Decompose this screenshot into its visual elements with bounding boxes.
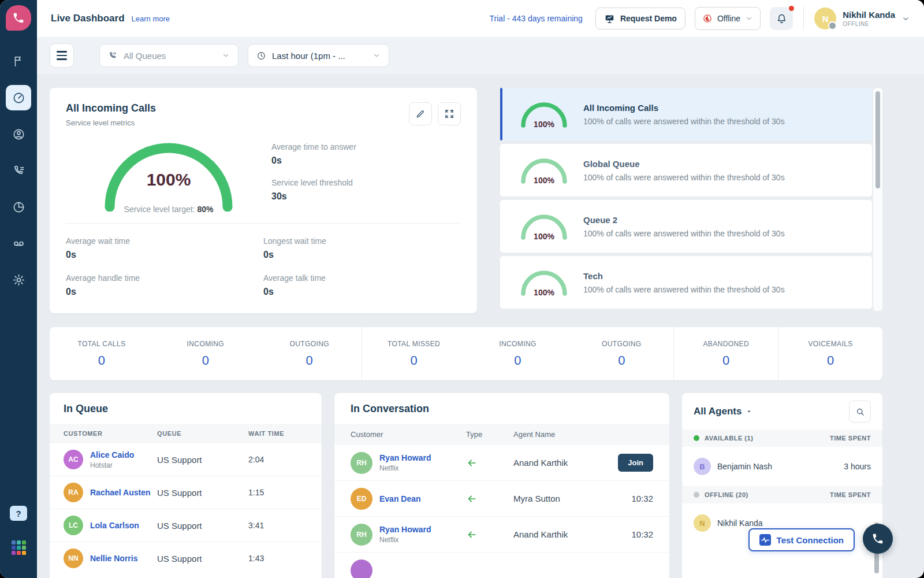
sidebar-bottom: ?	[10, 506, 27, 578]
contact-icon	[12, 128, 25, 141]
agents-filter-dropdown[interactable]: All Agents	[694, 406, 752, 417]
connection-pulse-icon	[759, 534, 771, 546]
stat-cell: INCOMING0	[154, 340, 258, 368]
in-queue-card: In Queue CUSTOMER QUEUE WAIT TIME ACAlic…	[50, 393, 322, 578]
column-header: QUEUE	[157, 430, 248, 437]
queue-metric-item[interactable]: 100% Queue 2 100% of calls were answered…	[500, 200, 872, 253]
customer-company: Hotstar	[90, 461, 134, 469]
customer-link[interactable]: Lola Carlson	[90, 521, 139, 530]
queue-name: Global Queue	[583, 159, 785, 169]
sidebar-item-call-metrics[interactable]	[6, 158, 31, 183]
help-button[interactable]: ?	[10, 506, 27, 521]
expand-icon	[444, 109, 454, 119]
pie-chart-icon	[12, 201, 25, 214]
column-header: Agent Name	[513, 430, 653, 439]
time-range-dropdown[interactable]: Last hour (1pm - ...	[248, 44, 389, 67]
test-connection-button[interactable]: Test Connection	[748, 528, 855, 551]
header-divider	[803, 6, 804, 31]
wait-time-cell: 1:15	[248, 488, 308, 497]
stat-cell: OUTGOING0	[258, 340, 362, 368]
service-level-card: All Incoming Calls Service level metrics	[50, 88, 477, 313]
queue-metric-item[interactable]: 100% Global Queue 100% of calls were ans…	[500, 144, 872, 197]
sidebar-item-dashboard[interactable]	[6, 85, 31, 110]
in-conversation-header: Customer Type Agent Name	[334, 424, 669, 445]
queues-filter-dropdown[interactable]: All Queues	[99, 44, 239, 67]
table-row: RHRyan HowardNetflix Anand Karthik Join	[334, 445, 669, 480]
queue-cell: US Support	[157, 488, 248, 498]
pencil-icon	[415, 109, 426, 119]
edit-widget-button[interactable]	[409, 102, 432, 125]
queue-metric-item[interactable]: 100% All Incoming Calls 100% of calls we…	[500, 88, 872, 140]
sidebar-item-getting-started[interactable]	[6, 49, 31, 74]
queue-metric-item[interactable]: 100% Tech 100% of calls were answered wi…	[500, 256, 872, 309]
sidebar-item-settings[interactable]	[6, 267, 31, 292]
expand-widget-button[interactable]	[438, 102, 461, 125]
customer-link[interactable]: Nellie Norris	[90, 554, 137, 563]
queue-phone-icon	[108, 51, 118, 61]
menu-toggle-button[interactable]	[50, 43, 74, 68]
queue-name: All Incoming Calls	[583, 103, 785, 113]
presentation-icon	[604, 13, 615, 24]
column-header: WAIT TIME	[248, 430, 308, 437]
customer-company: Netflix	[379, 536, 431, 544]
customer-link[interactable]: Ryan Howard	[379, 453, 431, 462]
request-demo-button[interactable]: Request Demo	[595, 8, 685, 29]
learn-more-link[interactable]: Learn more	[132, 14, 170, 23]
in-queue-header: CUSTOMER QUEUE WAIT TIME	[50, 424, 322, 443]
customer-link[interactable]: Ryan Howard	[379, 525, 431, 534]
join-call-button[interactable]: Join	[618, 454, 653, 472]
customer-link[interactable]: Rachael Austen	[90, 488, 151, 497]
column-header: Type	[466, 430, 513, 439]
app-grid-dot	[22, 551, 26, 555]
user-avatar-initial: N	[822, 14, 829, 24]
notifications-button[interactable]	[770, 7, 793, 30]
card-divider	[66, 223, 461, 224]
queue-name: Queue 2	[583, 215, 785, 225]
scrollbar-thumb[interactable]	[875, 91, 880, 188]
app-grid-dot	[17, 546, 21, 550]
customer-link[interactable]: Alice Caido	[90, 450, 134, 460]
queue-gauge: 100%	[520, 101, 568, 128]
app-grid-dot	[22, 540, 26, 544]
filter-bar: All Queues Last hour (1pm - ...	[37, 37, 924, 74]
stat-cell: VOICEMAILS0	[778, 327, 882, 380]
queue-description: 100% of calls were answered within the t…	[583, 229, 785, 238]
customer-link[interactable]: Evan Dean	[379, 494, 421, 503]
column-header: Customer	[351, 430, 466, 439]
presence-dropdown[interactable]: Offline	[695, 7, 761, 30]
user-avatar: N	[814, 8, 836, 29]
in-queue-title: In Queue	[50, 393, 322, 424]
avatar	[351, 560, 372, 578]
agent-name-cell: Myra Sutton	[513, 494, 631, 503]
stat-cell: INCOMING0	[466, 340, 570, 368]
agent-name: Nikhil Kanda	[717, 518, 763, 528]
stat-cell: TOTAL MISSED0	[362, 327, 466, 380]
avatar: RA	[64, 483, 83, 502]
notification-badge	[789, 6, 794, 11]
sidebar-item-contacts[interactable]	[6, 121, 31, 147]
top-bar-right: Trial - 443 days remaining Request Demo …	[490, 6, 910, 31]
search-agents-button[interactable]	[849, 401, 871, 423]
metric: Average handle time 0s	[66, 273, 263, 297]
section-label: AVAILABLE (1)	[705, 435, 753, 442]
in-conversation-card: In Conversation Customer Type Agent Name…	[334, 393, 669, 578]
avatar: B	[694, 458, 711, 475]
table-row: RARachael Austen US Support 1:15	[50, 476, 322, 509]
app-switcher-button[interactable]	[12, 540, 26, 555]
service-card-actions	[409, 102, 461, 125]
help-question-icon: ?	[16, 509, 21, 518]
service-card-subtitle: Service level metrics	[66, 118, 156, 127]
agent-row: B Benjamin Nash 3 hours	[682, 447, 882, 486]
avatar: NN	[64, 549, 83, 568]
dialer-fab-button[interactable]	[863, 524, 893, 554]
app-logo[interactable]	[6, 5, 31, 31]
queue-cell: US Support	[157, 455, 248, 465]
sidebar-item-voicemail[interactable]	[6, 231, 31, 256]
sidebar: ?	[0, 0, 37, 578]
stat-cell: TOTAL CALLS0	[50, 340, 154, 368]
queue-gauge: 100%	[520, 269, 568, 296]
sidebar-item-reports[interactable]	[6, 194, 31, 220]
column-header: CUSTOMER	[64, 430, 157, 437]
time-spent-header: TIME SPENT	[830, 491, 871, 498]
user-menu[interactable]: N Nikhil Kanda OFFLINE	[814, 8, 910, 29]
